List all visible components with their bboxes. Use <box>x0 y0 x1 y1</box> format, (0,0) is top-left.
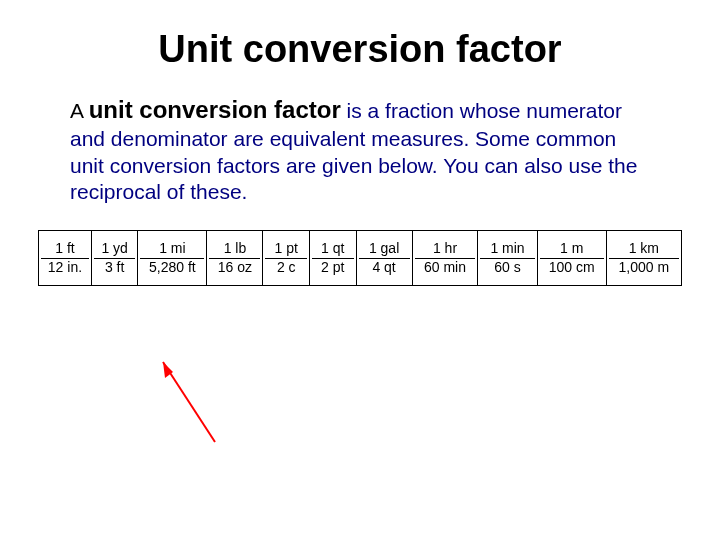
fraction-denominator: 1,000 m <box>615 259 674 275</box>
conversion-table: 1 ft 12 in. 1 yd 3 ft 1 mi 5,280 ft <box>38 230 682 286</box>
conversion-cell: 1 km 1,000 m <box>606 231 681 286</box>
fraction-numerator: 1 min <box>486 241 528 257</box>
conversion-cell: 1 m 100 cm <box>537 231 606 286</box>
fraction-denominator: 60 s <box>490 259 524 275</box>
fraction: 1 km 1,000 m <box>609 241 679 275</box>
fraction-numerator: 1 m <box>556 241 587 257</box>
conversion-cell: 1 min 60 s <box>478 231 537 286</box>
fraction-numerator: 1 qt <box>317 241 348 257</box>
fraction-numerator: 1 km <box>625 241 663 257</box>
fraction-numerator: 1 mi <box>155 241 189 257</box>
fraction-denominator: 3 ft <box>101 259 128 275</box>
fraction: 1 lb 16 oz <box>209 241 260 275</box>
table-row: 1 ft 12 in. 1 yd 3 ft 1 mi 5,280 ft <box>39 231 682 286</box>
conversion-cell: 1 lb 16 oz <box>207 231 263 286</box>
fraction-denominator: 60 min <box>420 259 470 275</box>
fraction-denominator: 16 oz <box>214 259 256 275</box>
fraction: 1 m 100 cm <box>540 241 604 275</box>
fraction: 1 mi 5,280 ft <box>140 241 204 275</box>
conversion-cell: 1 gal 4 qt <box>356 231 412 286</box>
body-paragraph: A unit conversion factor is a fraction w… <box>70 95 650 206</box>
fraction-numerator: 1 ft <box>51 241 78 257</box>
fraction: 1 gal 4 qt <box>359 241 410 275</box>
conversion-cell: 1 qt 2 pt <box>310 231 357 286</box>
fraction-numerator: 1 gal <box>365 241 403 257</box>
fraction-denominator: 4 qt <box>368 259 399 275</box>
fraction-denominator: 2 pt <box>317 259 348 275</box>
conversion-table-wrap: 1 ft 12 in. 1 yd 3 ft 1 mi 5,280 ft <box>38 230 682 286</box>
fraction: 1 hr 60 min <box>415 241 476 275</box>
fraction-denominator: 5,280 ft <box>145 259 200 275</box>
fraction: 1 pt 2 c <box>265 241 307 275</box>
fraction-numerator: 1 hr <box>429 241 461 257</box>
body-term: unit conversion factor <box>89 96 341 123</box>
fraction-numerator: 1 yd <box>97 241 131 257</box>
fraction-denominator: 2 c <box>273 259 300 275</box>
fraction: 1 min 60 s <box>480 241 534 275</box>
fraction: 1 qt 2 pt <box>312 241 354 275</box>
fraction: 1 yd 3 ft <box>94 241 136 275</box>
svg-marker-1 <box>163 362 173 378</box>
fraction: 1 ft 12 in. <box>41 241 89 275</box>
conversion-cell: 1 ft 12 in. <box>39 231 92 286</box>
slide-title: Unit conversion factor <box>0 28 720 71</box>
body-lead: A <box>70 99 89 122</box>
fraction-denominator: 12 in. <box>44 259 86 275</box>
fraction-numerator: 1 pt <box>271 241 302 257</box>
conversion-cell: 1 yd 3 ft <box>91 231 138 286</box>
conversion-cell: 1 pt 2 c <box>263 231 310 286</box>
arrow-icon <box>145 352 245 452</box>
conversion-cell: 1 mi 5,280 ft <box>138 231 207 286</box>
svg-line-0 <box>163 362 215 442</box>
fraction-numerator: 1 lb <box>220 241 251 257</box>
conversion-cell: 1 hr 60 min <box>412 231 478 286</box>
fraction-denominator: 100 cm <box>545 259 599 275</box>
